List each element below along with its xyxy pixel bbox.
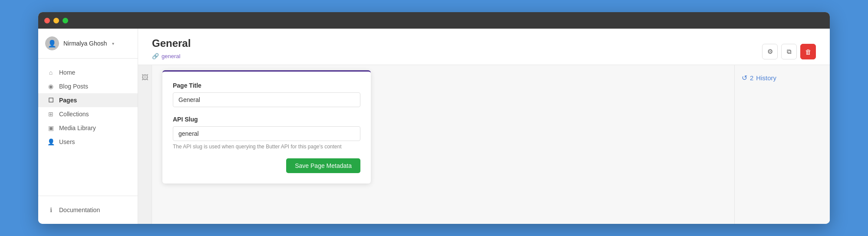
info-icon: ℹ bbox=[47, 206, 55, 213]
page-title-input[interactable] bbox=[173, 92, 360, 107]
sidebar: 👤 Nirmalya Ghosh ▾ ⌂ Home ◉ Blog Posts ☐… bbox=[38, 29, 138, 224]
sidebar-item-pages[interactable]: ☐ Pages bbox=[38, 93, 138, 107]
slug-text: general bbox=[162, 53, 180, 59]
image-icon: 🖼 bbox=[142, 74, 149, 82]
sidebar-item-blog-posts[interactable]: ◉ Blog Posts bbox=[38, 79, 138, 93]
maximize-button[interactable] bbox=[63, 18, 68, 23]
header-left: General 🔗 general bbox=[152, 37, 191, 65]
sidebar-nav: ⌂ Home ◉ Blog Posts ☐ Pages ⊞ Collection… bbox=[38, 59, 138, 196]
history-link[interactable]: ↺ 2 History bbox=[742, 74, 823, 82]
title-bar bbox=[38, 12, 830, 29]
page-metadata-form: Page Title API Slug The API slug is used… bbox=[162, 70, 371, 184]
avatar: 👤 bbox=[45, 36, 59, 50]
sidebar-item-home[interactable]: ⌂ Home bbox=[38, 66, 138, 79]
sidebar-label-media-library: Media Library bbox=[59, 125, 96, 131]
minimize-button[interactable] bbox=[53, 18, 59, 23]
api-slug-label: API Slug bbox=[173, 116, 360, 123]
sidebar-label-blog-posts: Blog Posts bbox=[59, 83, 88, 90]
api-slug-input[interactable] bbox=[173, 126, 360, 141]
delete-icon: 🗑 bbox=[805, 48, 812, 56]
form-footer: Save Page Metadata bbox=[173, 158, 360, 173]
sidebar-label-documentation: Documentation bbox=[59, 206, 100, 213]
sidebar-item-collections[interactable]: ⊞ Collections bbox=[38, 107, 138, 121]
sidebar-label-home: Home bbox=[59, 69, 75, 76]
traffic-lights bbox=[44, 18, 68, 23]
user-name: Nirmalya Ghosh bbox=[63, 40, 107, 47]
app-body: 👤 Nirmalya Ghosh ▾ ⌂ Home ◉ Blog Posts ☐… bbox=[38, 29, 830, 224]
page-title-label: Page Title bbox=[173, 82, 360, 89]
right-sidebar: ↺ 2 History bbox=[734, 65, 830, 224]
sidebar-item-users[interactable]: 👤 Users bbox=[38, 135, 138, 149]
preview-bar: 🖼 bbox=[138, 65, 152, 224]
close-button[interactable] bbox=[44, 18, 50, 23]
link-icon: 🔗 bbox=[152, 53, 159, 59]
sidebar-item-media-library[interactable]: ▣ Media Library bbox=[38, 121, 138, 135]
blog-posts-icon: ◉ bbox=[47, 83, 55, 90]
page-slug: 🔗 general bbox=[152, 53, 191, 65]
collections-icon: ⊞ bbox=[47, 111, 55, 118]
page-title-group: Page Title bbox=[173, 82, 360, 107]
header-actions: ⚙ ⧉ 🗑 bbox=[762, 44, 816, 65]
app-window: 👤 Nirmalya Ghosh ▾ ⌂ Home ◉ Blog Posts ☐… bbox=[38, 12, 830, 224]
copy-button[interactable]: ⧉ bbox=[781, 44, 797, 59]
editor-panel: Page Title API Slug The API slug is used… bbox=[152, 65, 734, 224]
save-page-metadata-button[interactable]: Save Page Metadata bbox=[286, 158, 360, 173]
pages-icon: ☐ bbox=[47, 97, 55, 104]
api-slug-hint: The API slug is used when querying the B… bbox=[173, 144, 360, 150]
home-icon: ⌂ bbox=[47, 69, 55, 76]
history-icon: ↺ bbox=[742, 74, 747, 82]
sidebar-label-users: Users bbox=[59, 138, 75, 145]
content-area: 🖼 Page Title API Slug bbox=[138, 65, 830, 224]
sidebar-footer: ℹ Documentation bbox=[38, 196, 138, 224]
sidebar-label-pages: Pages bbox=[59, 97, 77, 104]
main-content: General 🔗 general ⚙ ⧉ 🗑 bbox=[138, 29, 830, 224]
form-inner: Page Title API Slug The API slug is used… bbox=[162, 72, 371, 184]
gear-icon: ⚙ bbox=[767, 48, 773, 56]
copy-icon: ⧉ bbox=[787, 48, 792, 56]
settings-button[interactable]: ⚙ bbox=[762, 44, 778, 59]
user-menu[interactable]: 👤 Nirmalya Ghosh ▾ bbox=[38, 29, 138, 59]
sidebar-label-collections: Collections bbox=[59, 111, 89, 118]
avatar-icon: 👤 bbox=[48, 39, 56, 48]
page-title: General bbox=[152, 37, 191, 49]
content-header: General 🔗 general ⚙ ⧉ 🗑 bbox=[138, 29, 830, 65]
users-icon: 👤 bbox=[47, 138, 55, 145]
history-count: 2 bbox=[750, 74, 753, 82]
media-library-icon: ▣ bbox=[47, 125, 55, 131]
delete-button[interactable]: 🗑 bbox=[800, 44, 816, 59]
api-slug-group: API Slug The API slug is used when query… bbox=[173, 116, 360, 150]
history-label: History bbox=[756, 74, 776, 82]
chevron-down-icon: ▾ bbox=[112, 41, 114, 46]
sidebar-item-documentation[interactable]: ℹ Documentation bbox=[38, 203, 138, 217]
